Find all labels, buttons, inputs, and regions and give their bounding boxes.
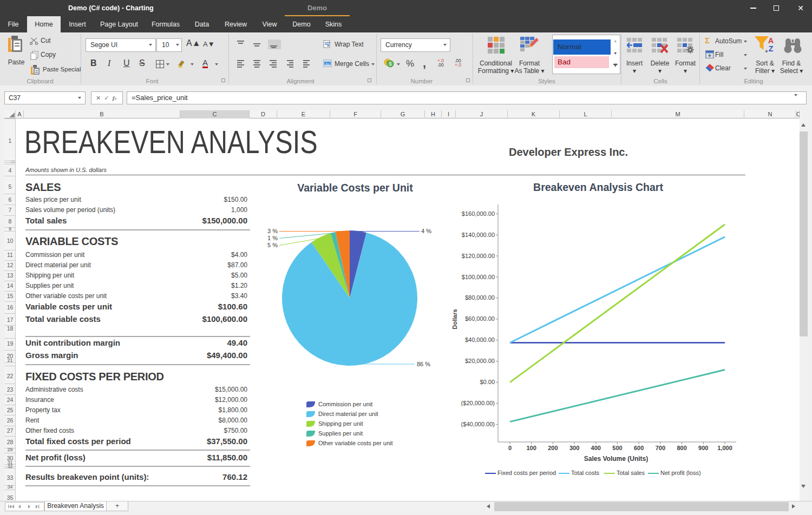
svg-text:A+: A+ [325,62,330,65]
svg-text:A: A [768,36,774,45]
svg-text:$: $ [389,61,391,67]
svg-text:Z: Z [769,44,774,53]
